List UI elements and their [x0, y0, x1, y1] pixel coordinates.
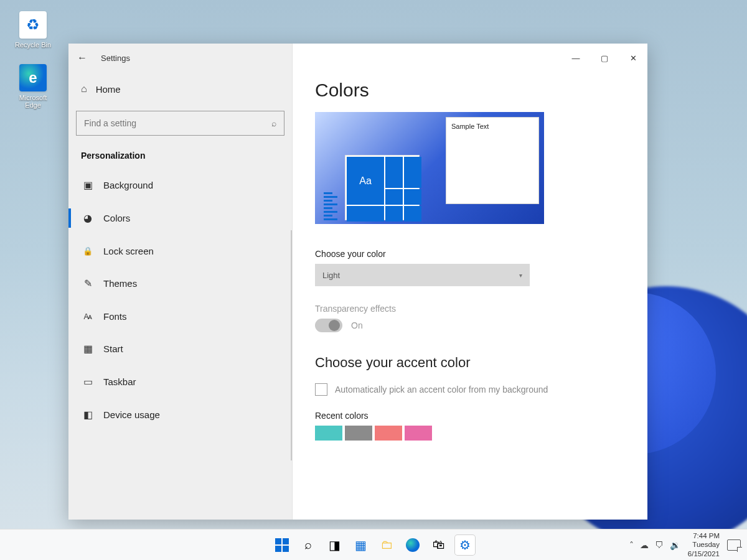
- settings-window: ← Settings Home ⌕ Personalization Backgr…: [68, 44, 647, 520]
- preview-tile-aa: Aa: [347, 157, 384, 205]
- recent-colors-label: Recent colors: [315, 411, 625, 421]
- window-title: Settings: [101, 54, 130, 63]
- edge-button[interactable]: [403, 535, 423, 555]
- recent-color-swatch[interactable]: [345, 426, 372, 441]
- content-pane: — ▢ ✕ Colors Aa: [293, 44, 647, 520]
- transparency-toggle[interactable]: [315, 319, 342, 332]
- taskbar-search-button[interactable]: ⌕: [298, 535, 318, 555]
- search-input[interactable]: [84, 118, 266, 128]
- home-icon: [81, 83, 87, 95]
- network-icon[interactable]: ⛉: [655, 540, 664, 550]
- settings-taskbar-button[interactable]: ⚙: [455, 535, 475, 555]
- palette-icon: [82, 212, 93, 224]
- explorer-button[interactable]: 🗀: [377, 535, 397, 555]
- desktop-icon-label: Recycle Bin: [15, 41, 51, 49]
- clock-day: Tuesday: [688, 540, 720, 549]
- recent-color-swatch[interactable]: [405, 426, 432, 441]
- recent-colors-row: [315, 426, 625, 441]
- sidebar-scrollbar[interactable]: [291, 230, 292, 460]
- grid-icon: [82, 343, 93, 355]
- choose-color-dropdown[interactable]: Light ▾: [315, 264, 530, 286]
- gear-icon: ⚙: [459, 538, 471, 553]
- chevron-down-icon: ▾: [519, 272, 522, 279]
- system-tray[interactable]: ˄ ☁ ⛉ 🔉: [629, 540, 680, 550]
- sidebar-item-label: Fonts: [103, 311, 127, 322]
- desktop-icon-label: Microsoft Edge: [11, 94, 55, 110]
- sidebar-item-label: Start: [103, 343, 123, 354]
- store-button[interactable]: 🛍: [429, 535, 449, 555]
- sidebar-item-lock-screen[interactable]: Lock screen: [76, 236, 284, 265]
- sidebar-home[interactable]: Home: [76, 76, 284, 102]
- folder-icon: 🗀: [380, 538, 393, 552]
- sidebar-item-label: Themes: [103, 278, 137, 289]
- recent-color-swatch[interactable]: [315, 426, 342, 441]
- sidebar: ← Settings Home ⌕ Personalization Backgr…: [68, 44, 293, 520]
- tray-chevron-up-icon[interactable]: ˄: [629, 540, 634, 550]
- titlebar-left: ← Settings: [68, 44, 292, 72]
- task-view-icon: ◨: [329, 538, 341, 553]
- desktop-icons: ♻ Recycle Bin e Microsoft Edge: [11, 11, 55, 110]
- sidebar-item-device-usage[interactable]: Device usage: [76, 400, 284, 429]
- task-view-button[interactable]: ◨: [324, 535, 344, 555]
- edge-icon: [406, 538, 420, 552]
- transparency-label: Transparency effects: [315, 304, 625, 314]
- volume-icon[interactable]: 🔉: [670, 540, 680, 550]
- sidebar-item-label: Background: [103, 180, 153, 190]
- preview-sample-card: Sample Text: [446, 117, 539, 204]
- image-icon: [82, 179, 93, 191]
- window-controls: — ▢ ✕: [293, 44, 647, 72]
- auto-accent-checkbox[interactable]: [315, 383, 327, 396]
- maximize-button[interactable]: ▢: [590, 44, 619, 72]
- preview-tile-grid: Aa: [345, 155, 420, 220]
- clock-time: 7:44 PM: [688, 531, 720, 540]
- preview-sample-text: Sample Text: [451, 123, 489, 130]
- sidebar-section-header: Personalization: [76, 148, 284, 167]
- sidebar-item-label: Colors: [103, 213, 130, 223]
- page-title: Colors: [315, 80, 625, 101]
- choose-color-label: Choose your color: [315, 249, 625, 259]
- sidebar-item-background[interactable]: Background: [76, 170, 284, 200]
- taskbar: ⌕ ◨ ▦ 🗀 🛍 ⚙ ˄ ☁ ⛉ 🔉 7:44 PM Tuesday 6/15…: [0, 529, 747, 560]
- back-button[interactable]: ←: [77, 52, 87, 63]
- recent-color-swatch[interactable]: [375, 426, 402, 441]
- home-label: Home: [96, 84, 121, 95]
- preview-list-icon: [324, 192, 342, 220]
- search-icon: ⌕: [304, 538, 312, 552]
- sidebar-item-start[interactable]: Start: [76, 334, 284, 363]
- auto-accent-label: Automatically pick an accent color from …: [335, 385, 548, 394]
- start-button[interactable]: [272, 535, 292, 555]
- edge-icon: e: [19, 64, 47, 91]
- recycle-bin-icon: ♻: [19, 11, 47, 39]
- sidebar-item-themes[interactable]: Themes: [76, 269, 284, 298]
- pen-icon: [82, 278, 93, 289]
- sidebar-item-label: Device usage: [103, 409, 160, 420]
- taskbar-clock[interactable]: 7:44 PM Tuesday 6/15/2021: [688, 531, 720, 558]
- sidebar-item-fonts[interactable]: Fonts: [76, 302, 284, 330]
- taskbar-center: ⌕ ◨ ▦ 🗀 🛍 ⚙: [272, 535, 475, 555]
- windows-logo-icon: [275, 538, 289, 552]
- device-icon: [82, 409, 93, 421]
- sidebar-item-taskbar[interactable]: Taskbar: [76, 367, 284, 396]
- close-button[interactable]: ✕: [619, 44, 647, 72]
- color-preview: Aa Sample Text: [315, 112, 544, 224]
- widgets-button[interactable]: ▦: [350, 535, 370, 555]
- widgets-icon: ▦: [355, 538, 367, 553]
- onedrive-icon[interactable]: ☁: [640, 540, 649, 550]
- clock-date: 6/15/2021: [688, 549, 720, 558]
- desktop-icon-recycle-bin[interactable]: ♻ Recycle Bin: [11, 11, 55, 49]
- font-icon: [82, 310, 93, 322]
- accent-color-header: Choose your accent color: [315, 355, 625, 371]
- search-icon: ⌕: [271, 118, 276, 128]
- choose-color-value: Light: [322, 271, 340, 280]
- search-box[interactable]: ⌕: [76, 111, 284, 136]
- minimize-button[interactable]: —: [561, 44, 590, 72]
- store-icon: 🛍: [433, 538, 445, 552]
- taskbar-icon: [82, 376, 93, 388]
- desktop-icon-edge[interactable]: e Microsoft Edge: [11, 64, 55, 110]
- notifications-button[interactable]: [727, 539, 741, 551]
- transparency-value: On: [351, 320, 363, 330]
- toggle-knob: [329, 320, 340, 331]
- taskbar-right: ˄ ☁ ⛉ 🔉 7:44 PM Tuesday 6/15/2021: [629, 531, 741, 558]
- sidebar-item-label: Lock screen: [103, 246, 154, 256]
- sidebar-item-colors[interactable]: Colors: [76, 203, 284, 233]
